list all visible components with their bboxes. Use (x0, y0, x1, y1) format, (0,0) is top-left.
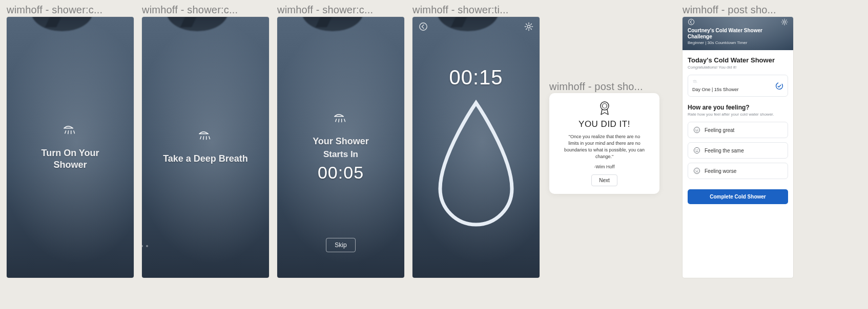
svg-line-8 (336, 119, 337, 121)
shower-icon (61, 124, 79, 141)
svg-line-20 (526, 29, 527, 30)
svg-line-18 (526, 24, 527, 25)
svg-point-12 (420, 23, 427, 30)
timer-value: 00:15 (412, 66, 540, 89)
screen-post-shower: Courtney's Cold Water Shower Challenge B… (683, 17, 793, 278)
svg-line-4 (200, 137, 201, 139)
back-icon[interactable] (688, 18, 695, 26)
option-label: Feeling worse (705, 168, 736, 174)
next-button[interactable]: Next (591, 174, 617, 186)
option-feeling-worse[interactable]: Feeling worse (688, 163, 788, 179)
frame-label: wimhoff - shower:c... (7, 4, 102, 16)
screen-deep-breath: Take a Deep Breath (142, 17, 269, 278)
svg-point-47 (695, 170, 696, 170)
screen-turn-on-shower: Turn On Your Shower (7, 17, 134, 278)
svg-point-39 (694, 127, 699, 133)
skip-button[interactable]: Skip (326, 238, 355, 252)
svg-point-24 (688, 19, 694, 25)
frame-label: wimhoff - shower:c... (277, 4, 373, 16)
water-drop-progress (431, 99, 521, 232)
svg-point-48 (697, 170, 698, 170)
svg-line-0 (65, 130, 66, 133)
gear-icon[interactable] (524, 22, 533, 31)
svg-point-25 (783, 21, 786, 23)
page-dots (142, 245, 148, 247)
svg-point-22 (601, 102, 609, 110)
svg-line-37 (696, 82, 697, 83)
svg-point-38 (775, 82, 783, 90)
feeling-subtitle: Rate how you feel after your cold water … (688, 112, 788, 117)
svg-line-31 (786, 24, 787, 24)
svg-point-46 (694, 168, 699, 173)
frame-label: wimhoff - post sho... (683, 4, 776, 16)
congrats-text: Congratulations! You did it! (688, 65, 788, 70)
instruction-text-line1: Your Shower (313, 136, 369, 147)
happy-face-icon (693, 126, 700, 134)
svg-line-33 (786, 20, 787, 20)
day-label: Day One | 15s Shower (692, 87, 738, 92)
svg-point-23 (602, 103, 607, 108)
complete-button[interactable]: Complete Cold Shower (688, 189, 788, 204)
check-complete-icon (775, 82, 783, 90)
svg-line-32 (782, 24, 783, 24)
svg-line-1 (68, 130, 69, 134)
svg-line-19 (531, 29, 532, 30)
ribbon-icon (598, 101, 611, 116)
option-feeling-same[interactable]: Feeling the same (688, 142, 788, 159)
shower-icon (197, 129, 214, 147)
svg-line-21 (531, 24, 532, 25)
shower-icon (692, 79, 698, 85)
svg-point-41 (697, 129, 698, 129)
sad-face-icon (693, 167, 700, 174)
card-author: -Wim Hoff (594, 164, 615, 169)
card-quote: "Once you realize that there are no limi… (564, 134, 646, 160)
neutral-face-icon (693, 147, 700, 154)
svg-line-7 (209, 137, 210, 139)
instruction-text: Turn On Your Shower (24, 147, 116, 171)
page-title: Today's Cold Water Shower (688, 56, 788, 64)
svg-point-44 (697, 149, 698, 150)
screen-timer: 00:15 (412, 17, 540, 278)
svg-point-40 (695, 129, 696, 129)
back-icon[interactable] (419, 22, 428, 31)
countdown-value: 00:05 (318, 163, 364, 183)
shower-icon (332, 112, 349, 129)
option-label: Feeling the same (705, 148, 744, 153)
gear-icon[interactable] (781, 18, 788, 26)
header-subtitle: Beginner | 30s Countdown Timer (688, 40, 788, 45)
frame-label: wimhoff - post sho... (549, 81, 643, 93)
header-title: Courtney's Cold Water Shower Challenge (688, 28, 788, 40)
svg-point-13 (527, 25, 530, 28)
svg-point-43 (695, 149, 696, 150)
post-header: Courtney's Cold Water Shower Challenge B… (683, 17, 793, 50)
option-feeling-great[interactable]: Feeling great (688, 122, 788, 138)
option-label: Feeling great (705, 127, 734, 133)
day-card: Day One | 15s Shower (688, 75, 788, 97)
screen-countdown: Your Shower Starts In 00:05 Skip (277, 17, 404, 278)
feeling-heading: How are you feeling? (688, 104, 788, 111)
svg-line-9 (339, 119, 339, 122)
card-heading: YOU DID IT! (578, 119, 630, 129)
svg-point-42 (694, 147, 699, 153)
card-you-did-it: YOU DID IT! "Once you realize that there… (549, 93, 659, 194)
svg-line-30 (782, 20, 783, 20)
svg-line-3 (74, 130, 75, 133)
svg-line-5 (203, 137, 204, 140)
instruction-text-line2: Starts In (323, 149, 358, 160)
instruction-text: Take a Deep Breath (163, 153, 248, 165)
frame-label: wimhoff - shower:c... (142, 4, 238, 16)
frame-label: wimhoff - shower:ti... (412, 4, 508, 16)
svg-line-34 (693, 82, 694, 83)
svg-line-11 (344, 119, 345, 121)
